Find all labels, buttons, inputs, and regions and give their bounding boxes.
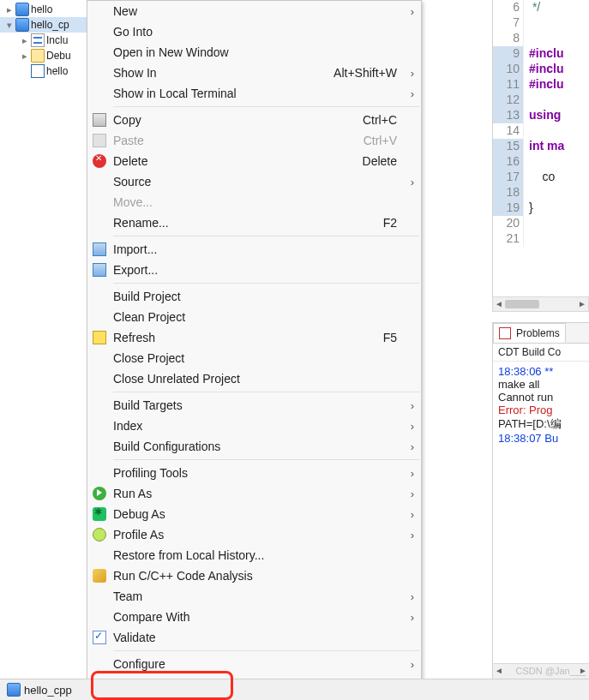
scroll-left-icon[interactable]: ◄ [495, 299, 503, 308]
menu-item-label: Show In [111, 66, 334, 80]
menu-item-label: Open in New Window [111, 45, 404, 59]
line-number: 8 [493, 31, 524, 46]
ref-icon [93, 331, 106, 344]
menu-item-debug-as[interactable]: Debug As› [87, 504, 421, 524]
menu-item-close-unrelated-project[interactable]: Close Unrelated Project [87, 368, 421, 389]
menu-item-compare-with[interactable]: Compare With› [87, 607, 421, 627]
c-icon [15, 18, 29, 32]
menu-shortcut: F2 [383, 216, 404, 230]
menu-item-build-project[interactable]: Build Project [87, 286, 421, 307]
line-number: 16 [493, 154, 524, 170]
menu-item-label: Team [111, 589, 404, 603]
editor-line[interactable]: 20 [493, 216, 589, 231]
menu-shortcut: F5 [383, 331, 404, 344]
console-line: 18:38:06 ** [498, 365, 584, 378]
project-icon [7, 683, 21, 697]
menu-item-source[interactable]: Source› [87, 171, 421, 192]
menu-item-new[interactable]: New› [87, 1, 421, 21]
copy-icon [93, 113, 106, 127]
paste-icon [93, 134, 106, 147]
menu-item-configure[interactable]: Configure› [87, 654, 421, 674]
menu-item-label: Clean Project [111, 310, 404, 324]
menu-item-copy[interactable]: CopyCtrl+C [87, 110, 421, 130]
line-code: co [524, 170, 555, 185]
editor-line[interactable]: 8 [493, 31, 589, 46]
menu-item-build-targets[interactable]: Build Targets› [87, 395, 421, 416]
menu-item-label: Validate [111, 631, 404, 644]
editor-line[interactable]: 11#inclu [493, 77, 589, 93]
editor-line[interactable]: 16 [493, 154, 589, 170]
menu-item-label: Build Project [111, 290, 404, 303]
editor-line[interactable]: 6 */ [493, 0, 589, 15]
editor-line[interactable]: 12 [493, 93, 589, 108]
menu-item-label: Show in Local Terminal [111, 87, 404, 100]
console-line: Error: Prog [498, 404, 584, 416]
tab-label: Problems [516, 327, 560, 339]
menu-item-team[interactable]: Team› [87, 586, 421, 607]
expand-arrow-icon[interactable]: ▸ [19, 35, 31, 46]
chk-icon [93, 631, 106, 644]
menu-item-delete[interactable]: DeleteDelete [87, 151, 421, 171]
menu-item-show-in[interactable]: Show InAlt+Shift+W› [87, 63, 421, 83]
code-editor[interactable]: 6 */789#inclu10#inclu11#inclu1213using 1… [492, 0, 589, 310]
editor-line[interactable]: 19} [493, 200, 589, 216]
line-number: 13 [493, 108, 524, 123]
line-number: 21 [493, 231, 524, 247]
line-number: 18 [493, 185, 524, 200]
menu-item-label: Profile As [111, 528, 404, 541]
dbg-icon [93, 507, 106, 521]
expand-arrow-icon[interactable]: ▸ [3, 4, 15, 15]
editor-horizontal-scrollbar[interactable]: ◄ ► [492, 296, 589, 312]
console-output[interactable]: 18:38:06 **make all Cannot run Error: Pr… [493, 362, 589, 448]
menu-item-label: Close Project [111, 351, 404, 365]
menu-item-open-in-new-window[interactable]: Open in New Window [87, 42, 421, 63]
line-code: int ma [524, 139, 564, 154]
menu-item-close-project[interactable]: Close Project [87, 348, 421, 368]
editor-line[interactable]: 13using [493, 108, 589, 123]
c-icon [15, 3, 29, 16]
editor-line[interactable]: 18 [493, 185, 589, 200]
editor-line[interactable]: 7 [493, 15, 589, 31]
menu-item-show-in-local-terminal[interactable]: Show in Local Terminal› [87, 83, 421, 104]
menu-item-refresh[interactable]: RefreshF5 [87, 327, 421, 348]
menu-item-export[interactable]: Export... [87, 260, 421, 280]
menu-item-label: Run C/C++ Code Analysis [111, 569, 404, 583]
editor-line[interactable]: 15int ma [493, 139, 589, 154]
menu-item-profiling-tools[interactable]: Profiling Tools› [87, 463, 421, 483]
editor-line[interactable]: 10#inclu [493, 62, 589, 77]
menu-item-label: Rename... [111, 216, 383, 230]
scroll-left-icon[interactable]: ◄ [495, 666, 503, 675]
menu-item-import[interactable]: Import... [87, 239, 421, 260]
menu-item-rename[interactable]: Rename...F2 [87, 212, 421, 233]
editor-line[interactable]: 9#inclu [493, 46, 589, 62]
menu-item-validate[interactable]: Validate [87, 627, 421, 648]
exp-icon [93, 263, 106, 277]
menu-item-profile-as[interactable]: Profile As› [87, 524, 421, 545]
line-number: 17 [493, 170, 524, 185]
menu-item-index[interactable]: Index› [87, 416, 421, 436]
scrollbar-thumb[interactable] [505, 300, 539, 308]
submenu-arrow-icon: › [404, 467, 421, 480]
bottom-pane: Problems CDT Build Co 18:38:06 **make al… [492, 322, 589, 679]
menu-item-clean-project[interactable]: Clean Project [87, 307, 421, 327]
menu-item-go-into[interactable]: Go Into [87, 21, 421, 42]
expand-arrow-icon[interactable]: ▾ [3, 20, 15, 31]
problems-icon [499, 327, 511, 339]
scroll-right-icon[interactable]: ► [578, 299, 586, 308]
line-code: #inclu [524, 46, 563, 62]
menu-item-label: Compare With [111, 610, 404, 624]
line-code: #inclu [524, 77, 563, 93]
editor-line[interactable]: 14 [493, 123, 589, 139]
menu-item-run-c-c-code-analysis[interactable]: Run C/C++ Code Analysis [87, 565, 421, 586]
editor-line[interactable]: 17 co [493, 170, 589, 185]
line-code [524, 154, 529, 170]
imp-icon [93, 242, 106, 256]
menu-item-run-as[interactable]: Run As› [87, 483, 421, 504]
editor-line[interactable]: 21 [493, 231, 589, 247]
tab-problems[interactable]: Problems [493, 323, 566, 343]
menu-item-build-configurations[interactable]: Build Configurations› [87, 436, 421, 457]
expand-arrow-icon[interactable]: ▸ [19, 51, 31, 62]
fld-icon [31, 49, 45, 63]
menu-item-restore-from-local-history[interactable]: Restore from Local History... [87, 545, 421, 565]
line-code [524, 93, 529, 108]
